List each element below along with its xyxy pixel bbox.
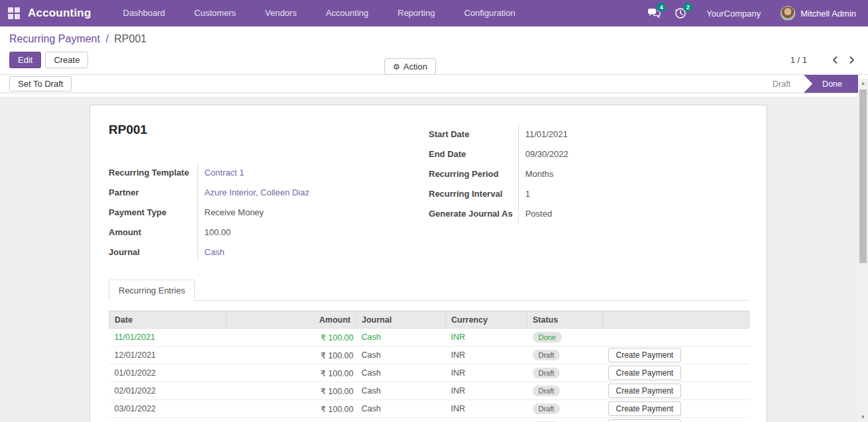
create-payment-button[interactable]: Create Payment bbox=[608, 348, 682, 362]
cell-journal[interactable]: Cash bbox=[356, 400, 446, 418]
edit-button[interactable]: Edit bbox=[9, 52, 41, 68]
control-panel: Recurring Payment / RP001 Edit Create 1 … bbox=[0, 26, 868, 75]
field-value-generate-journal-as: Posted bbox=[518, 203, 569, 223]
table-row[interactable]: 12/01/2021 ₹ 100.00 Cash INR Draft Creat… bbox=[109, 346, 749, 364]
create-payment-button[interactable]: Create Payment bbox=[608, 419, 682, 422]
breadcrumb-parent-link[interactable]: Recurring Payment bbox=[9, 33, 100, 44]
stage-done: Done bbox=[804, 75, 858, 93]
field-label-end-date: End Date bbox=[429, 144, 518, 164]
cell-currency[interactable]: INR bbox=[446, 329, 527, 346]
cell-journal[interactable]: Cash bbox=[356, 364, 446, 382]
create-payment-button[interactable]: Create Payment bbox=[608, 366, 682, 380]
stage-draft[interactable]: Draft bbox=[759, 75, 804, 93]
cell-action: Create Payment bbox=[603, 418, 749, 422]
status-badge: Draft bbox=[533, 350, 561, 360]
pager: 1 / 1 bbox=[790, 55, 855, 65]
cell-date[interactable]: 03/01/2022 bbox=[109, 400, 227, 418]
stage-widget: Draft Done bbox=[759, 75, 858, 93]
cell-date[interactable]: 02/01/2022 bbox=[109, 382, 227, 400]
cell-amount[interactable]: ₹ 100.00 bbox=[227, 418, 356, 422]
nav-item-configuration[interactable]: Configuration bbox=[449, 0, 529, 26]
table-row[interactable]: 04/01/2022 ₹ 100.00 Cash INR Draft Creat… bbox=[109, 418, 749, 422]
cell-status: Draft bbox=[527, 364, 603, 382]
cell-journal[interactable]: Cash bbox=[356, 346, 446, 364]
pager-next-button[interactable] bbox=[849, 56, 855, 64]
cell-date[interactable]: 01/01/2022 bbox=[109, 364, 227, 382]
nav-item-accounting[interactable]: Accounting bbox=[311, 0, 383, 26]
vertical-scrollbar[interactable]: ▲ ▼ bbox=[858, 79, 868, 422]
status-badge: Draft bbox=[533, 403, 561, 414]
cell-currency[interactable]: INR bbox=[446, 418, 527, 422]
cell-date[interactable]: 04/01/2022 bbox=[109, 418, 227, 422]
chevron-right-icon bbox=[849, 56, 855, 64]
status-badge: Done bbox=[533, 332, 562, 343]
cell-amount[interactable]: ₹ 100.00 bbox=[227, 364, 356, 382]
field-value-payment-type: Receive Money bbox=[197, 202, 309, 222]
scrollbar-down-arrow-icon[interactable]: ▼ bbox=[858, 413, 868, 422]
breadcrumb-separator: / bbox=[105, 33, 108, 44]
cell-journal[interactable]: Cash bbox=[356, 329, 446, 346]
cell-amount[interactable]: ₹ 100.00 bbox=[227, 400, 356, 418]
activities-icon[interactable]: 2 bbox=[673, 6, 688, 21]
set-to-draft-button[interactable]: Set To Draft bbox=[9, 76, 72, 91]
table-row[interactable]: 03/01/2022 ₹ 100.00 Cash INR Draft Creat… bbox=[109, 400, 749, 418]
cell-currency[interactable]: INR bbox=[446, 364, 527, 382]
table-row[interactable]: 11/01/2021 ₹ 100.00 Cash INR Done bbox=[109, 329, 749, 346]
scrollbar-up-arrow-icon[interactable]: ▲ bbox=[858, 79, 868, 88]
recurring-entries-table: Date Amount Journal Currency Status 11/0… bbox=[109, 311, 749, 422]
cell-currency[interactable]: INR bbox=[446, 346, 527, 364]
company-switcher[interactable]: YourCompany bbox=[706, 9, 761, 19]
nav-item-reporting[interactable]: Reporting bbox=[383, 0, 449, 26]
cell-currency[interactable]: INR bbox=[446, 382, 527, 400]
chevron-left-icon bbox=[832, 56, 838, 64]
field-value-recurring-template[interactable]: Contract 1 bbox=[205, 168, 244, 178]
breadcrumb: Recurring Payment / RP001 bbox=[9, 33, 859, 45]
field-value-recurring-interval: 1 bbox=[518, 184, 569, 203]
cell-journal[interactable]: Cash bbox=[356, 418, 446, 422]
column-header-journal[interactable]: Journal bbox=[356, 311, 446, 329]
user-avatar[interactable] bbox=[781, 6, 795, 21]
messages-count-badge: 4 bbox=[657, 3, 666, 12]
nav-item-vendors[interactable]: Vendors bbox=[250, 0, 311, 26]
cell-amount[interactable]: ₹ 100.00 bbox=[227, 329, 356, 346]
field-value-journal[interactable]: Cash bbox=[205, 247, 225, 257]
column-header-currency[interactable]: Currency bbox=[446, 311, 527, 329]
field-label-amount: Amount bbox=[109, 222, 197, 242]
cell-status: Draft bbox=[527, 382, 603, 400]
column-header-action bbox=[603, 311, 749, 329]
form-sheet: RP001 Recurring Template Contract 1 Part… bbox=[89, 105, 767, 422]
app-brand[interactable]: Accounting bbox=[28, 7, 91, 20]
user-menu[interactable]: Mitchell Admin bbox=[800, 9, 856, 19]
cell-status: Draft bbox=[527, 346, 603, 364]
column-header-status[interactable]: Status bbox=[527, 311, 603, 329]
nav-item-customers[interactable]: Customers bbox=[180, 0, 250, 26]
scrollbar-thumb[interactable] bbox=[859, 89, 867, 263]
action-menu-button[interactable]: ⚙ Action bbox=[384, 58, 436, 75]
action-menu-label: Action bbox=[404, 62, 427, 72]
cell-journal[interactable]: Cash bbox=[356, 382, 446, 400]
nav-item-dashboard[interactable]: Dashboard bbox=[109, 0, 180, 26]
record-title: RP001 bbox=[109, 123, 429, 137]
create-payment-button[interactable]: Create Payment bbox=[608, 401, 682, 416]
messages-icon[interactable]: 4 bbox=[647, 6, 661, 21]
field-label-start-date: Start Date bbox=[429, 124, 518, 144]
cell-date[interactable]: 11/01/2021 bbox=[109, 329, 227, 346]
field-label-journal: Journal bbox=[109, 242, 197, 262]
create-payment-button[interactable]: Create Payment bbox=[608, 384, 682, 398]
field-value-partner[interactable]: Azure Interior, Colleen Diaz bbox=[205, 187, 309, 197]
cell-action bbox=[603, 329, 749, 346]
form-statusbar: Set To Draft Draft Done bbox=[0, 75, 868, 93]
tab-recurring-entries[interactable]: Recurring Entries bbox=[109, 280, 195, 301]
pager-previous-button[interactable] bbox=[832, 56, 838, 64]
cell-date[interactable]: 12/01/2021 bbox=[109, 346, 227, 364]
table-row[interactable]: 02/01/2022 ₹ 100.00 Cash INR Draft Creat… bbox=[109, 382, 749, 400]
cell-amount[interactable]: ₹ 100.00 bbox=[227, 346, 356, 364]
table-row[interactable]: 01/01/2022 ₹ 100.00 Cash INR Draft Creat… bbox=[109, 364, 749, 382]
column-header-date[interactable]: Date bbox=[109, 311, 227, 329]
cell-status: Draft bbox=[527, 418, 603, 422]
create-button[interactable]: Create bbox=[45, 52, 88, 68]
apps-grid-icon[interactable] bbox=[8, 7, 20, 19]
cell-currency[interactable]: INR bbox=[446, 400, 527, 418]
cell-amount[interactable]: ₹ 100.00 bbox=[227, 382, 356, 400]
column-header-amount[interactable]: Amount bbox=[227, 311, 356, 329]
